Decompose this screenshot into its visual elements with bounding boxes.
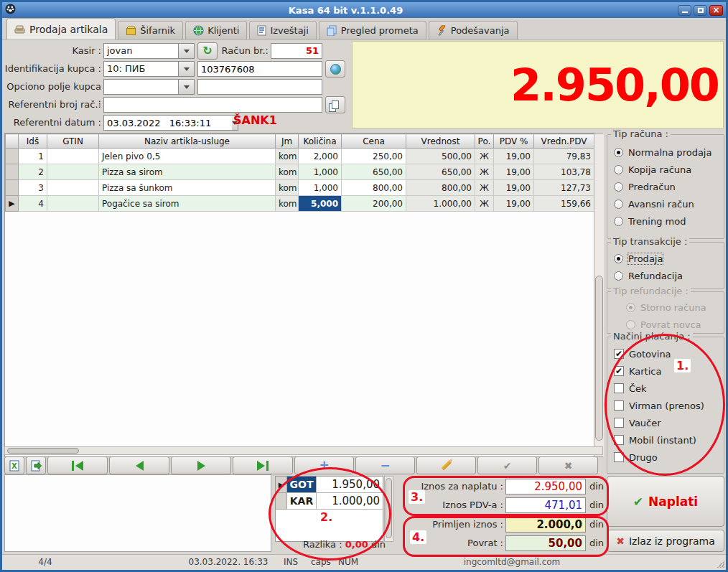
tab-prodaja-artikala[interactable]: Prodaja artikala	[6, 18, 116, 39]
cell-jm[interactable]: kom	[276, 164, 299, 180]
cell-gtin[interactable]	[47, 196, 99, 212]
checkbox-drugo[interactable]: Drugo	[607, 449, 724, 466]
row-selector[interactable]	[6, 180, 19, 196]
tab-podesavanja[interactable]: Podešavanja	[429, 21, 518, 39]
table-row[interactable]: 2 Pizza sa sirom kom 1,000 650,00 650,00…	[6, 164, 594, 180]
radio-normalna-prodaja[interactable]: Normalna prodaja	[607, 144, 724, 161]
refresh-button[interactable]: ↻	[197, 42, 218, 60]
close-button[interactable]: ×	[709, 5, 723, 16]
opciono-combobox[interactable]	[103, 79, 195, 95]
cell-vrednost[interactable]: 1.000,00	[406, 196, 475, 212]
identifikacija-combobox[interactable]: 10: ПИБ	[103, 61, 195, 77]
tab-sifarnik[interactable]: Šifarnik	[118, 21, 183, 39]
scrollbar-thumb[interactable]	[595, 276, 603, 441]
payment-row-kar[interactable]: KAR 1.000,00	[276, 493, 383, 510]
payment-row-got[interactable]: ▶ GOT 1.950,00	[276, 477, 383, 493]
row-selector[interactable]	[6, 149, 19, 164]
cell-vrednpdv[interactable]: 127,73	[534, 180, 594, 196]
current-row-marker[interactable]: ▶	[6, 196, 19, 212]
cell-jm[interactable]: kom	[276, 196, 299, 212]
cancel-button[interactable]: ✖	[538, 456, 598, 474]
row-selector[interactable]	[6, 164, 19, 180]
identifikacija-dropdown-button[interactable]	[179, 61, 195, 77]
titlebar[interactable]: Kasa 64 bit v.1.1.0.49 ×	[2, 2, 726, 18]
referentni-datum-input[interactable]	[103, 115, 232, 131]
cell-vrednpdv[interactable]: 159,66	[534, 196, 594, 212]
opciono-dropdown-button[interactable]	[179, 79, 195, 95]
cell-ids[interactable]: 3	[19, 180, 47, 196]
cell-vrednost[interactable]: 650,00	[406, 164, 475, 180]
checkbox-cek[interactable]: Ček	[607, 380, 724, 397]
table-horizontal-scrollbar[interactable]	[4, 446, 603, 455]
table-row[interactable]: 3 Pizza sa šunkom kom 1,000 800,00 800,0…	[6, 180, 594, 196]
radio-predracun[interactable]: Predračun	[607, 178, 724, 195]
payments-scrollbar[interactable]	[384, 476, 393, 542]
resize-grip[interactable]	[717, 561, 724, 568]
cell-vrednost[interactable]: 500,00	[406, 149, 475, 164]
table-row[interactable]: 1 Jelen pivo 0,5 kom 2,000 250,00 500,00…	[6, 149, 594, 164]
radio-refundacija[interactable]: Refundacija	[607, 267, 724, 284]
payment-code[interactable]: KAR	[287, 493, 317, 510]
payment-amount[interactable]: 1.950,00	[317, 477, 383, 493]
export-file-button[interactable]	[26, 456, 46, 474]
cell-po[interactable]: Ж	[475, 196, 494, 212]
cell-pdv[interactable]: 19,00	[494, 196, 534, 212]
delete-record-button[interactable]: −	[355, 456, 415, 474]
confirm-button[interactable]: ✔	[477, 456, 537, 474]
cell-naziv[interactable]: Pogačice sa sirom	[99, 196, 276, 212]
checkbox-mobil[interactable]: Mobil (instant)	[607, 431, 724, 449]
first-record-button[interactable]	[47, 456, 108, 474]
radio-trening-mod[interactable]: Trening mod	[607, 212, 724, 230]
primljen-iznos-field[interactable]: 2.000,0	[505, 517, 586, 533]
export-excel-button[interactable]: X	[4, 456, 24, 474]
cell-vrednpdv[interactable]: 103,78	[534, 164, 594, 180]
cell-po[interactable]: Ж	[475, 180, 494, 196]
payment-code[interactable]: GOT	[287, 477, 317, 493]
cell-vrednpdv[interactable]: 79,83	[534, 149, 594, 164]
kasir-combobox[interactable]: jovan	[103, 43, 195, 59]
cell-naziv[interactable]: Jelen pivo 0,5	[99, 149, 276, 164]
racun-br-field[interactable]: 51	[271, 43, 322, 59]
minimize-button[interactable]	[678, 5, 691, 16]
table-vertical-scrollbar[interactable]	[594, 133, 604, 456]
add-record-button[interactable]: +	[294, 456, 354, 474]
cell-naziv[interactable]: Pizza sa sirom	[99, 164, 276, 180]
cell-gtin[interactable]	[47, 164, 99, 180]
scrollbar-thumb[interactable]	[7, 448, 79, 454]
opciono-input[interactable]	[197, 79, 322, 95]
table-row-current[interactable]: ▶ 4 Pogačice sa sirom kom 5,000 200,00 1…	[6, 196, 594, 212]
previous-record-button[interactable]	[109, 456, 169, 474]
cell-kolicina[interactable]: 2,000	[299, 149, 342, 164]
payment-amount[interactable]: 1.000,00	[317, 493, 383, 510]
cell-pdv[interactable]: 19,00	[494, 149, 534, 164]
tab-pregled-prometa[interactable]: Pregled prometa	[319, 21, 426, 39]
next-record-button[interactable]	[171, 456, 231, 474]
cell-kolicina[interactable]: 1,000	[299, 180, 342, 196]
cell-ids[interactable]: 2	[19, 164, 47, 180]
tab-klijenti[interactable]: Klijenti	[185, 21, 247, 39]
cell-pdv[interactable]: 19,00	[494, 164, 534, 180]
cell-cena[interactable]: 250,00	[342, 149, 406, 164]
maximize-button[interactable]	[694, 5, 707, 16]
lookup-button[interactable]	[325, 60, 345, 78]
cell-kolicina[interactable]: 1,000	[299, 164, 342, 180]
edit-record-button[interactable]	[416, 456, 476, 474]
checkbox-kartica[interactable]: ✔Kartica	[607, 362, 724, 380]
referentni-broj-input[interactable]	[103, 97, 322, 113]
cell-ids[interactable]: 1	[19, 149, 47, 164]
cell-jm[interactable]: kom	[276, 180, 299, 196]
cell-gtin[interactable]	[47, 149, 99, 164]
copy-button[interactable]	[325, 96, 345, 113]
referentni-datum-picker[interactable]	[103, 115, 218, 131]
cell-po[interactable]: Ж	[475, 149, 494, 164]
tab-izvestaji[interactable]: Izveštaji	[249, 21, 316, 39]
cell-jm[interactable]: kom	[276, 149, 299, 164]
checkbox-virman[interactable]: Virman (prenos)	[607, 397, 724, 414]
cell-cena[interactable]: 800,00	[342, 180, 406, 196]
cell-kolicina-selected[interactable]: 5,000	[299, 196, 342, 212]
cell-naziv[interactable]: Pizza sa šunkom	[99, 180, 276, 196]
cell-po[interactable]: Ж	[475, 164, 494, 180]
cell-cena[interactable]: 200,00	[342, 196, 406, 212]
checkbox-gotovina[interactable]: ✔Gotovina	[607, 345, 724, 362]
cell-ids[interactable]: 4	[19, 196, 47, 212]
